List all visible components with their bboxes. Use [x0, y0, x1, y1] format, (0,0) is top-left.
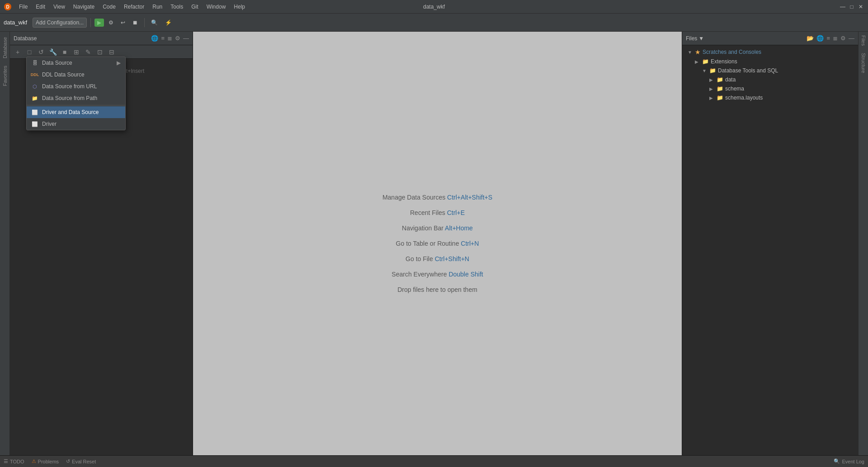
menu-navigate[interactable]: Navigate [70, 3, 98, 11]
menu-file[interactable]: File [15, 3, 31, 11]
tree-item-schema-layouts[interactable]: ▶ 📁 schema.layouts [682, 93, 858, 102]
toolbar-separator-2 [144, 18, 145, 27]
tree-item-db-tools[interactable]: ▼ 📁 Database Tools and SQL [682, 66, 858, 75]
title-bar: D File Edit View Navigate Code Refactor … [0, 0, 868, 14]
menu-help[interactable]: Help [230, 3, 249, 11]
sidebar-tab-favorites[interactable]: Favorites [1, 62, 9, 90]
minimize-panel-icon[interactable]: — [183, 35, 189, 42]
shortcut-go-to-file: Go to File Ctrl+Shift+N [406, 255, 469, 262]
folder-icon[interactable]: 📂 [807, 35, 814, 42]
tree-arrow-schema-layouts: ▶ [709, 95, 715, 100]
menu-item-driver-and-data-source[interactable]: ⬜ Driver and Data Source [27, 106, 125, 118]
add-dropdown-menu: 🗄 Data Source ▶ DDL DDL Data Source ⬡ Da… [26, 57, 126, 130]
status-todo[interactable]: ☰ TODO [4, 458, 24, 464]
eval-icon: ↺ [66, 458, 70, 464]
folder-icon-data: 📁 [717, 76, 723, 83]
tree-item-data[interactable]: ▶ 📁 data [682, 75, 858, 84]
folder-icon-schema-layouts: 📁 [717, 95, 723, 101]
ddl-icon: DDL [31, 71, 38, 78]
stop-button[interactable]: ⏹ [130, 18, 141, 27]
files-tree: ▼ ★ Scratches and Consoles ▶ 📁 Extension… [682, 45, 858, 455]
menu-window[interactable]: Window [203, 3, 230, 11]
data-source-url-label: Data Source from URL [42, 83, 97, 90]
files-dropdown[interactable]: Files ▼ [686, 35, 704, 42]
coverage-button[interactable]: ↩ [118, 18, 128, 27]
toolbar-separator [90, 18, 91, 27]
edit-button[interactable]: 🔧 [48, 47, 58, 57]
menu-refactor[interactable]: Refactor [120, 3, 148, 11]
right-strip: Files Structure [858, 32, 868, 455]
shortcut-search-everywhere: Search Everywhere Double Shift [392, 271, 483, 278]
settings-icon[interactable]: ⚙ [175, 35, 180, 42]
align-icon[interactable]: ≡ [161, 35, 165, 42]
maximize-button[interactable]: □ [848, 3, 855, 10]
menu-run[interactable]: Run [149, 3, 166, 11]
menu-code[interactable]: Code [99, 3, 119, 11]
menu-item-data-source[interactable]: 🗄 Data Source ▶ [27, 57, 125, 69]
menu-tools[interactable]: Tools [167, 3, 187, 11]
window-title: data_wkf [423, 4, 445, 10]
globe-icon-right[interactable]: 🌐 [816, 35, 824, 42]
run-button[interactable]: ▶ [94, 19, 104, 27]
driver-ds-icon: ⬜ [31, 109, 38, 116]
debug-button[interactable]: ⚙ [106, 18, 116, 27]
tree-arrow-schema: ▶ [709, 86, 715, 91]
settings-icon-right[interactable]: ⚙ [840, 35, 846, 42]
shortcut-key-go-to-table: Ctrl+N [461, 240, 479, 247]
status-bar: ☰ TODO ⚠ Problems ↺ Eval Reset 🔍 Event L… [0, 455, 868, 467]
menu-item-data-source-url[interactable]: ⬡ Data Source from URL [27, 81, 125, 92]
align-icon-right[interactable]: ≡ [826, 35, 830, 42]
shortcut-key-search-everywhere: Double Shift [448, 271, 483, 278]
menu-edit[interactable]: Edit [32, 3, 49, 11]
project-name: data_wkf [4, 19, 27, 26]
main-content-area: Manage Data Sources Ctrl+Alt+Shift+S Rec… [193, 32, 682, 455]
app-logo: D [4, 3, 12, 11]
pencil-button[interactable]: ✎ [83, 47, 93, 57]
shortcut-key-nav-bar: Alt+Home [445, 224, 473, 232]
menu-item-driver[interactable]: ⬜ Driver [27, 118, 125, 130]
search-everywhere-button[interactable]: 🔍 [148, 18, 160, 27]
folder-icon-extensions: 📁 [702, 58, 709, 65]
globe-icon[interactable]: 🌐 [151, 35, 158, 42]
copy-button[interactable]: □ [24, 47, 34, 57]
settings-button[interactable]: ⚡ [162, 18, 175, 27]
status-eval-reset[interactable]: ↺ Eval Reset [66, 458, 96, 464]
shortcut-key-recent-files: Ctrl+E [447, 209, 465, 216]
add-configuration-button[interactable]: Add Configuration... [33, 18, 87, 28]
files-label: Files [686, 35, 697, 42]
filter-tool-button[interactable]: ⊟ [107, 47, 117, 57]
right-panel-icons: 📂 🌐 ≡ ≣ ⚙ — [807, 35, 854, 42]
problems-icon: ⚠ [32, 458, 36, 464]
strip-tab-files[interactable]: Files [860, 32, 867, 49]
sidebar-tab-database[interactable]: Database [1, 33, 9, 62]
shortcut-recent-files: Recent Files Ctrl+E [410, 209, 465, 216]
stop-button[interactable]: ■ [60, 47, 70, 57]
db-tools-label: Database Tools and SQL [718, 67, 778, 74]
table-button[interactable]: ⊞ [71, 47, 81, 57]
menu-git[interactable]: Git [188, 3, 202, 11]
add-button[interactable]: + [13, 47, 23, 57]
tree-item-extensions[interactable]: ▶ 📁 Extensions [682, 57, 858, 66]
status-problems[interactable]: ⚠ Problems [32, 458, 59, 464]
tree-item-schema[interactable]: ▶ 📁 schema [682, 84, 858, 93]
menu-item-data-source-path[interactable]: 📁 Data Source from Path [27, 92, 125, 104]
svg-text:D: D [6, 5, 9, 10]
refresh-button[interactable]: ↺ [36, 47, 46, 57]
menu-item-ddl-data-source[interactable]: DDL DDL Data Source [27, 69, 125, 81]
db-panel-header: Database 🌐 ≡ ≣ ⚙ — [10, 32, 193, 45]
tree-item-scratches[interactable]: ▼ ★ Scratches and Consoles [682, 47, 858, 57]
database-panel: Database 🌐 ≡ ≣ ⚙ — + □ ↺ 🔧 ■ ⊞ ✎ ⊡ ⊟ 🗄 [10, 32, 193, 455]
minimize-button[interactable]: — [839, 3, 846, 10]
status-event-log[interactable]: 🔍 Event Log [834, 458, 864, 464]
menu-view[interactable]: View [50, 3, 69, 11]
filter-icon[interactable]: ≣ [167, 35, 172, 42]
minimize-panel-right[interactable]: — [849, 35, 854, 42]
strip-tab-structure[interactable]: Structure [860, 49, 867, 77]
eval-label: Eval Reset [72, 459, 96, 464]
filter-icon-right[interactable]: ≣ [833, 35, 838, 42]
close-button[interactable]: ✕ [857, 3, 864, 10]
tree-arrow-data: ▶ [709, 77, 715, 82]
driver-icon: ⬜ [31, 120, 38, 128]
tree-arrow-db-tools: ▼ [702, 68, 708, 73]
query-button[interactable]: ⊡ [95, 47, 105, 57]
